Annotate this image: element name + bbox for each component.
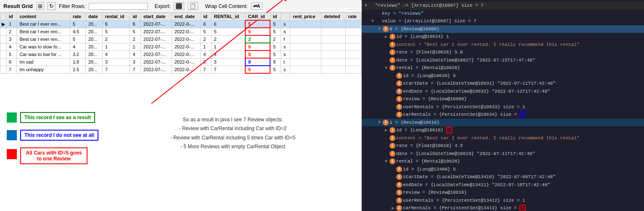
tree-toggle[interactable] (363, 3, 368, 9)
table-cell (345, 35, 361, 43)
tree-node[interactable]: iendDate = {LocalDateTime@13411} "2022-0… (362, 181, 644, 189)
result-grid-label: Result Grid (3, 3, 33, 9)
tree-node[interactable]: i1 = {Review@10610} (362, 119, 644, 127)
tree-node[interactable]: istartDate = {LocalDateTime@10631} "2022… (362, 80, 644, 88)
table-row[interactable]: 6Im sad1.820...332022-07-...2022-0-...33… (0, 58, 361, 66)
tree-node[interactable]: icarRentals = {PersistentSet@10634} size… (362, 111, 644, 119)
grid-view-btn[interactable]: ⊞ (36, 2, 44, 10)
table-cell (0, 58, 6, 66)
col-rate[interactable]: rate (70, 13, 85, 21)
col-deleted[interactable]: deleted (321, 13, 346, 21)
table-row[interactable]: ▶1Best car I ever ren...520...662022-07-… (0, 20, 361, 28)
explanation-line1: So as a result in java I see 7 Review ob… (111, 115, 355, 125)
table-cell: 7 (201, 66, 211, 73)
col-rate2[interactable]: rate (345, 13, 361, 21)
table-cell (0, 35, 6, 43)
col-start-date[interactable]: start_date (140, 13, 172, 21)
table-row[interactable]: 3Best car I ever ren...520...222022-07-.… (0, 35, 361, 43)
col-rental-id2[interactable]: RENTAL_id (211, 13, 245, 21)
col-id2[interactable]: id (130, 13, 140, 21)
col-car-id[interactable]: CAR_id (245, 13, 270, 21)
table-cell: 5 (245, 43, 270, 51)
tree-toggle[interactable] (384, 158, 389, 165)
tree-view-panel: "reviews" -> [ArrayList@10607] size = 7k… (362, 0, 644, 211)
tree-node-text: id = {Long@10616} (396, 128, 446, 133)
tree-node[interactable]: iid = {Long@10624} 1 (362, 33, 644, 41)
tree-node[interactable]: iuserRentals = {PersistentSet@10633} siz… (362, 103, 644, 111)
tree-toggle[interactable] (377, 26, 382, 32)
table-cell: 2.5 (70, 66, 85, 73)
table-cell: 1 (130, 43, 140, 51)
table-cell (290, 35, 321, 43)
table-row[interactable]: 2Best car I ever ren...4.520...552022-07… (0, 28, 361, 35)
tree-toggle[interactable] (384, 65, 389, 71)
col-end-date[interactable]: end_date (172, 13, 200, 21)
tree-node[interactable]: ireview = {Review@10609} (362, 95, 644, 103)
col-id4[interactable]: id (270, 13, 281, 21)
col-date[interactable]: date (85, 13, 102, 21)
tree-node[interactable]: ireview = {Review@10610} (362, 189, 644, 197)
tree-node[interactable]: value = [ArrayList@10607] size = 7 (362, 17, 644, 25)
tree-node-icon: i (396, 112, 402, 118)
table-row[interactable]: 5Car was to low for ...3.220...442022-07… (0, 51, 361, 58)
table-cell (345, 58, 361, 66)
tree-toggle[interactable] (370, 18, 375, 24)
tree-node[interactable]: idate = {LocalDateTime@10619} "2022-07-1… (362, 150, 644, 158)
table-row[interactable]: 4Car was to slow fo...420...112022-07-..… (0, 43, 361, 51)
col-sitting[interactable] (281, 13, 290, 21)
table-cell: 1 (102, 43, 130, 51)
tree-node-icon: i (390, 49, 395, 55)
tree-node[interactable]: iendDate = {LocalDateTime@10632} "2022-0… (362, 88, 644, 96)
table-cell (321, 43, 346, 51)
table-cell (290, 43, 321, 51)
tree-node[interactable]: icontent = "Best car I ever rented. I re… (362, 41, 644, 49)
table-cell: s (281, 20, 290, 28)
table-cell: 3.2 (70, 51, 85, 58)
result-table: id content rate date rental_id id start_… (0, 13, 361, 74)
refresh-btn[interactable]: ↻ (48, 2, 56, 10)
table-row[interactable]: 7Im unhappy2.520...772022-07-...2022-0-.… (0, 66, 361, 73)
tree-node[interactable]: irate = {Float@10618} 4.5 (362, 142, 644, 150)
tree-toggle[interactable] (377, 119, 382, 126)
tree-node[interactable]: icontent = "Best car I ever rented. I re… (362, 134, 644, 142)
table-cell: 20... (85, 43, 102, 51)
tree-node[interactable]: iuserRentals = {PersistentSet@13412} siz… (362, 197, 644, 205)
table-cell: Car was to low for ... (17, 51, 70, 58)
export-btn1[interactable]: ⬛ (174, 2, 184, 10)
tree-node[interactable]: i0 = {Review@10609} (362, 25, 644, 33)
tree-node[interactable]: iid = {Long@10630} 6 (362, 72, 644, 80)
tree-node[interactable]: key = "reviews" (362, 10, 644, 18)
tree-node-icon: i (390, 143, 395, 149)
tree-node[interactable]: iid = {Long@10616} 2 (362, 126, 644, 134)
table-cell (321, 51, 346, 58)
col-rental-id[interactable]: rental_id (102, 13, 130, 21)
tree-node[interactable]: idate = {LocalDateTime@10627} "2022-07-1… (362, 56, 644, 64)
table-cell (345, 51, 361, 58)
table-cell: Im unhappy (17, 66, 70, 73)
tree-node[interactable]: "reviews" -> [ArrayList@10607] size = 7 (362, 2, 644, 10)
tree-toggle[interactable] (390, 205, 395, 211)
tree-node-icon: i (396, 73, 402, 79)
table-cell: 4 (130, 51, 140, 58)
tree-toggle[interactable] (384, 127, 389, 134)
col-rent-price[interactable]: rent_price (290, 13, 321, 21)
table-cell: s (281, 66, 290, 73)
tree-node[interactable]: iid = {Long@13409} 5 (362, 166, 644, 174)
tree-node[interactable]: istartDate = {LocalDateTime@13410} "2022… (362, 173, 644, 181)
tree-toggle[interactable] (384, 34, 389, 40)
table-cell: 7 (102, 66, 130, 73)
col-content[interactable]: content (17, 13, 70, 21)
export-btn2[interactable]: 📋 (188, 2, 198, 10)
tree-node[interactable]: irate = {Float@10626} 5.0 (362, 48, 644, 56)
col-id[interactable]: id (6, 13, 17, 21)
tree-node[interactable]: icarRentals = {PersistentSet@13413} size… (362, 204, 644, 211)
wrap-cell-btn[interactable]: ⇌A (251, 3, 262, 10)
tree-node-text: key = "reviews" (382, 10, 424, 17)
col-id3[interactable]: id (201, 13, 211, 21)
table-cell: 5 (270, 20, 281, 28)
filter-rows-input[interactable] (89, 3, 148, 10)
table-cell: Best car I ever ren... (17, 28, 70, 35)
tree-node[interactable]: irental = {Rental@10620} (362, 158, 644, 166)
table-cell: 5 (245, 51, 270, 58)
tree-node[interactable]: irental = {Rental@10628} (362, 64, 644, 72)
